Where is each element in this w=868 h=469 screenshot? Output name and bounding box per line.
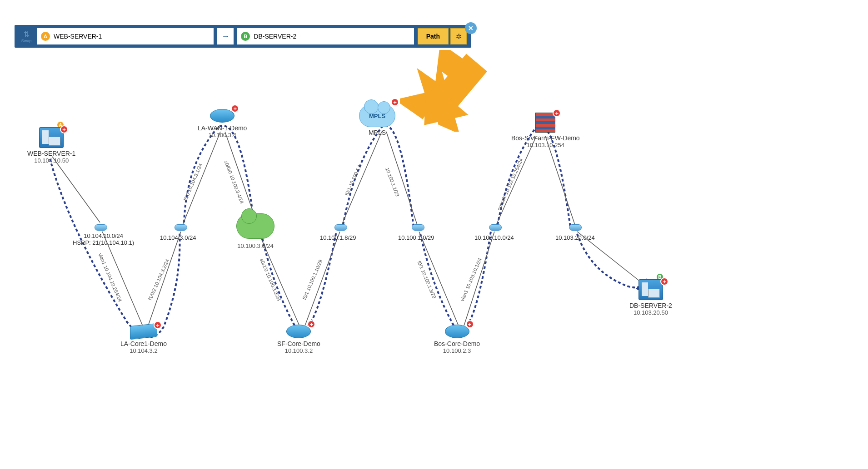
- plus-icon[interactable]: +: [391, 98, 399, 106]
- arrow-right-icon: →: [221, 32, 229, 41]
- node-la-wan[interactable]: + LA-WAN-1-Demo 10.100.3.4: [198, 109, 247, 138]
- node-label: LA-Core1-Demo: [120, 340, 167, 347]
- server-icon: [639, 279, 663, 300]
- path-button[interactable]: Path: [418, 28, 449, 44]
- node-label: DB-SERVER-2: [629, 302, 672, 309]
- node-web-server[interactable]: A + WEB-SERVER-1 10.104.10.50: [27, 127, 75, 164]
- annotation-arrow-icon: [400, 50, 504, 141]
- settings-button[interactable]: ✲: [450, 28, 467, 44]
- source-input[interactable]: [54, 33, 210, 40]
- dest-input-wrap[interactable]: B: [237, 28, 414, 44]
- subnet-label: 10.100.1.0/29: [398, 234, 434, 241]
- node-sf-core[interactable]: + SF-Core-Demo 10.100.3.2: [277, 325, 320, 354]
- direction-arrow[interactable]: →: [217, 28, 234, 44]
- node-ip: 10.103.10.254: [527, 142, 564, 148]
- node-ip: 10.104.3.2: [130, 347, 157, 354]
- node-ip: 10.100.2.3: [443, 347, 471, 354]
- node-ip: 10.100.3.2: [285, 347, 313, 354]
- swap-label: Swap: [21, 39, 32, 43]
- cloud-icon: MPLS: [359, 104, 395, 127]
- router-icon: [210, 109, 234, 123]
- subnet-icon[interactable]: [175, 224, 187, 231]
- swap-icon: ⇅: [24, 30, 30, 39]
- node-label: SF-Core-Demo: [277, 340, 320, 347]
- node-label: MPLS: [369, 129, 386, 136]
- plus-icon[interactable]: +: [60, 125, 68, 133]
- node-ip: 10.104.10.50: [34, 157, 69, 164]
- node-la-core[interactable]: + LA-Core1-Demo 10.104.3.2: [120, 325, 167, 354]
- svg-line-12: [496, 136, 536, 225]
- switch-icon: [130, 323, 157, 340]
- node-db-server[interactable]: B + DB-SERVER-2 10.103.20.50: [629, 279, 672, 316]
- badge-a-icon: A: [41, 32, 50, 41]
- subnet-icon[interactable]: [412, 224, 424, 231]
- firewall-icon: [535, 113, 555, 133]
- subnet-icon[interactable]: [489, 224, 502, 231]
- dest-input[interactable]: [254, 33, 410, 40]
- subnet-icon[interactable]: [95, 224, 107, 231]
- node-mpls[interactable]: MPLS + MPLS: [359, 104, 395, 136]
- svg-line-3: [148, 232, 181, 327]
- plus-icon[interactable]: +: [553, 109, 561, 117]
- plus-icon[interactable]: +: [231, 104, 239, 113]
- close-button[interactable]: ✕: [465, 22, 477, 34]
- cloud-icon: [236, 213, 274, 239]
- router-icon: [445, 325, 469, 338]
- plus-icon[interactable]: +: [154, 321, 162, 329]
- plus-icon[interactable]: +: [307, 320, 315, 328]
- node-ip: 10.100.3.4: [208, 132, 236, 138]
- node-green-cloud[interactable]: 10.100.3.0/24: [236, 213, 274, 249]
- node-bos-core[interactable]: + Bos-Core-Demo 10.100.2.3: [434, 325, 480, 354]
- close-icon: ✕: [468, 25, 474, 32]
- plus-icon[interactable]: +: [660, 277, 668, 286]
- node-label: LA-WAN-1-Demo: [198, 124, 247, 132]
- source-input-wrap[interactable]: A: [37, 28, 214, 44]
- subnet-label: 10.104.3.0/24: [160, 234, 196, 241]
- swap-button[interactable]: ⇅ Swap: [17, 27, 35, 45]
- node-ip: 10.103.20.50: [634, 309, 668, 316]
- node-bos-fw[interactable]: + Bos-SrvFarm-FW-Demo 10.103.10.254: [511, 113, 580, 148]
- subnet-label: 10.100.3.0/24: [237, 242, 274, 249]
- svg-line-8: [342, 132, 382, 225]
- plus-icon[interactable]: +: [466, 320, 474, 328]
- svg-line-4: [183, 132, 220, 225]
- badge-b-icon: B: [241, 32, 250, 41]
- node-label: Bos-SrvFarm-FW-Demo: [511, 134, 580, 142]
- path-toolbar: ⇅ Swap A → B Path ✲ ✕: [15, 25, 471, 48]
- node-label: Bos-Core-Demo: [434, 340, 480, 347]
- subnet-label: 10.103.20.0/24: [555, 234, 595, 241]
- subnet-label: 10.104.10.0/24 HSRP: 21(10.104.10.1): [73, 232, 134, 246]
- subnet-label: 10.103.10.0/24: [474, 234, 514, 241]
- subnet-icon[interactable]: [569, 224, 582, 231]
- node-label: WEB-SERVER-1: [27, 150, 75, 157]
- svg-line-13: [545, 136, 575, 225]
- router-icon: [286, 325, 311, 338]
- gear-icon: ✲: [456, 32, 462, 41]
- subnet-icon[interactable]: [334, 224, 347, 231]
- subnet-label: 10.100.1.8/29: [320, 234, 356, 241]
